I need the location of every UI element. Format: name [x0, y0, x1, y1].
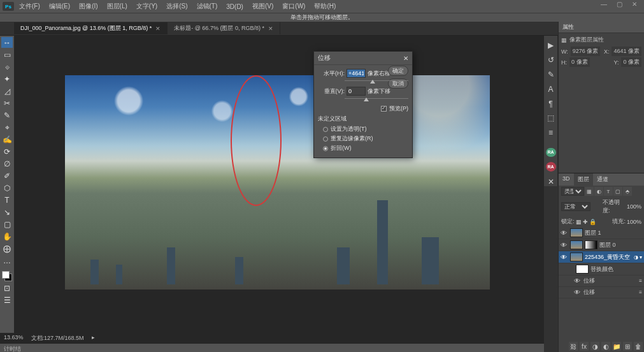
chevron-right-icon[interactable]: ▸ [92, 334, 95, 342]
menu-file[interactable]: 文件(F) [15, 1, 44, 12]
zoom-level[interactable]: 13.63% [4, 334, 24, 342]
hand-tool[interactable]: ✋ [1, 231, 13, 242]
canvas-area[interactable] [14, 36, 544, 333]
crossed-tools-icon[interactable]: ✕ [546, 177, 556, 186]
menu-type[interactable]: 文字(Y) [132, 1, 161, 12]
ok-button[interactable]: 确定 [388, 66, 408, 76]
layer-name[interactable]: 替换颜色 [590, 265, 613, 274]
layer-row[interactable]: 👁图层 1 [559, 227, 644, 239]
dialog-titlebar[interactable]: 位移 ✕ [314, 52, 412, 65]
move-tool[interactable]: ↔ [1, 37, 13, 48]
group-icon[interactable]: 📁 [612, 342, 621, 351]
layer-name[interactable]: 图层 1 [585, 229, 601, 237]
color-swatches[interactable] [2, 271, 12, 281]
filter-adjust-icon[interactable]: ◐ [594, 187, 603, 196]
visibility-icon[interactable]: 👁 [561, 254, 568, 261]
brush-tool[interactable]: ⌖ [1, 122, 13, 133]
paragraph-icon[interactable]: ¶ [546, 99, 556, 108]
screen-mode-tool[interactable]: ☰ [1, 295, 13, 305]
lasso-tool[interactable]: ⟐ [1, 61, 13, 72]
radio-repeat-edge[interactable]: 重复边缘像素(R) [323, 135, 408, 143]
vertical-slider[interactable] [345, 98, 408, 102]
gradient-tool[interactable]: ✐ [1, 170, 13, 181]
layer-mask-thumb[interactable] [585, 240, 597, 249]
layer-style-icon[interactable]: fx [580, 342, 589, 351]
adjustment-layer-icon[interactable]: ◐ [601, 342, 610, 351]
lock-pixels-icon[interactable]: ▦ [576, 219, 582, 225]
clone-stamp-tool[interactable]: ✍ [1, 134, 13, 145]
h-value[interactable]: 0 像素 [569, 57, 590, 67]
radio-wrap[interactable]: 折回(W) [323, 144, 408, 152]
blend-mode-select[interactable]: 正常 [561, 202, 590, 211]
filter-settings-icon[interactable]: ≡ [639, 278, 642, 284]
menu-filter[interactable]: 滤镜(T) [193, 1, 222, 12]
history-icon[interactable]: ↺ [546, 55, 556, 65]
layer-name[interactable]: 位移 [583, 288, 595, 297]
new-layer-icon[interactable]: ⊞ [623, 342, 632, 351]
layer-row[interactable]: 👁位移≡ [559, 287, 644, 298]
healing-brush-tool[interactable]: ✎ [1, 110, 13, 121]
vertical-input[interactable] [347, 87, 366, 96]
type-tool[interactable]: T [1, 194, 13, 205]
menu-select[interactable]: 选择(S) [162, 1, 191, 12]
opacity-value[interactable]: 100% [627, 203, 641, 210]
pen-tool[interactable]: ↘ [1, 207, 13, 217]
y-value[interactable]: 0 像素 [621, 57, 641, 67]
tab-layers[interactable]: 图层 [574, 173, 593, 186]
close-window-button[interactable]: ✕ [627, 1, 641, 12]
marquee-tool[interactable]: ▭ [1, 49, 13, 60]
layer-mask-icon[interactable]: ◑ [590, 342, 599, 351]
document-tab-2[interactable]: 未标题- @ 66.7% (图层 0, RGB/8) * ✕ [168, 22, 280, 34]
filter-type-icon[interactable]: T [604, 187, 613, 196]
layer-name[interactable]: 225436_黄昏天空 [585, 253, 630, 261]
visibility-icon[interactable]: 👁 [561, 230, 568, 237]
layer-thumb[interactable] [570, 228, 583, 237]
zoom-tool[interactable]: ⨁ [1, 243, 13, 254]
quick-mask-tool[interactable]: ⊡ [1, 282, 13, 293]
play-icon[interactable]: ▶ [546, 41, 556, 50]
visibility-icon[interactable]: 👁 [574, 277, 582, 284]
menu-view[interactable]: 视图(V) [248, 1, 277, 12]
crop-tool[interactable]: ◿ [1, 85, 13, 96]
w-value[interactable]: 9276 像素 [571, 47, 601, 56]
tab-channels[interactable]: 通道 [593, 173, 612, 186]
preview-checkbox[interactable]: 预览(P) [318, 105, 408, 113]
menu-layer[interactable]: 图层(L) [103, 1, 131, 12]
filter-smart-icon[interactable]: ⬘ [623, 187, 632, 196]
document-canvas[interactable] [65, 75, 490, 290]
eraser-tool[interactable]: ∅ [1, 158, 13, 169]
menu-image[interactable]: 图像(I) [75, 1, 101, 12]
history-brush-tool[interactable]: ⟳ [1, 146, 13, 157]
fill-value[interactable]: 100% [627, 219, 641, 225]
shape-tool[interactable]: ▢ [1, 219, 13, 230]
character-icon[interactable]: A [546, 84, 556, 94]
document-tab-1[interactable]: DJI_000_Panorama.jpg @ 13.6% (图层 1, RGB/… [14, 22, 168, 34]
close-tab-icon[interactable]: ✕ [268, 26, 273, 32]
layer-row[interactable]: 👁图层 0 [559, 239, 644, 251]
document-info[interactable]: 文档:127.7M/168.5M [31, 334, 84, 342]
minimize-button[interactable]: — [597, 1, 611, 12]
filter-settings-icon[interactable]: ≡ [639, 290, 642, 295]
edit-toolbar[interactable]: … [1, 255, 13, 266]
adjustments-icon[interactable]: ≡ [546, 128, 556, 138]
menu-window[interactable]: 窗口(W) [278, 1, 309, 12]
maximize-button[interactable]: ▢ [612, 1, 626, 12]
filter-pixel-icon[interactable]: ▦ [585, 187, 594, 196]
layer-thumb[interactable] [570, 253, 583, 261]
panel-tab-properties[interactable]: 属性 [559, 22, 644, 33]
layer-thumb[interactable] [570, 240, 583, 249]
menu-edit[interactable]: 编辑(E) [45, 1, 74, 12]
ra-badge-2[interactable]: RA [546, 162, 556, 172]
horizontal-input[interactable] [347, 69, 366, 78]
eyedropper-tool[interactable]: ✂ [1, 98, 13, 108]
visibility-icon[interactable]: 👁 [561, 242, 568, 249]
x-value[interactable]: 4641 像素 [612, 47, 641, 56]
smart-filter-icon[interactable]: ◑ ▾ [634, 254, 642, 260]
layer-row[interactable]: 替换颜色 [559, 263, 644, 275]
radio-transparent[interactable]: 设置为透明(T) [323, 125, 408, 133]
layer-row[interactable]: 👁225436_黄昏天空◑ ▾ [559, 251, 644, 263]
lock-all-icon[interactable]: 🔒 [589, 219, 596, 225]
layer-filter-type[interactable]: 类型 [561, 187, 584, 196]
brush-preset-icon[interactable]: ✎ [546, 70, 556, 80]
filter-mask-thumb[interactable] [576, 265, 589, 274]
